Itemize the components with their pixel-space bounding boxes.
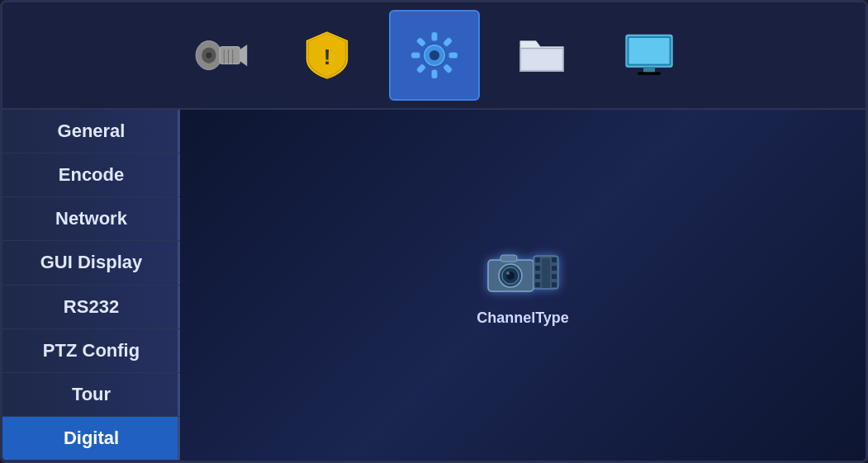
sidebar-item-encode[interactable]: Encode: [2, 154, 180, 197]
folder-icon: [513, 26, 571, 84]
svg-rect-31: [500, 255, 517, 262]
svg-point-10: [429, 50, 439, 60]
svg-rect-15: [431, 70, 437, 79]
sidebar-item-tour[interactable]: Tour: [2, 373, 180, 417]
svg-text:!: !: [323, 45, 330, 69]
svg-rect-40: [552, 282, 557, 287]
monitor-icon: [620, 26, 678, 84]
toolbar-item-display[interactable]: [604, 10, 695, 101]
toolbar-item-storage[interactable]: [496, 10, 587, 101]
sidebar: General Encode Network GUI Display RS232…: [2, 110, 180, 461]
sidebar-item-general[interactable]: General: [2, 110, 180, 154]
svg-rect-39: [552, 274, 557, 279]
camera-reel-icon: [191, 26, 249, 84]
svg-rect-37: [552, 257, 557, 262]
svg-rect-24: [628, 38, 669, 64]
svg-rect-14: [442, 64, 452, 73]
svg-point-2: [206, 53, 211, 59]
svg-rect-34: [535, 266, 540, 271]
content-area: ChannelType: [180, 110, 866, 461]
svg-rect-36: [535, 282, 540, 287]
toolbar-item-camera[interactable]: [174, 10, 265, 101]
channel-type-button[interactable]: ChannelType: [477, 243, 569, 327]
dvr-settings-screen: !: [0, 0, 868, 463]
main-area: General Encode Network GUI Display RS232…: [2, 110, 866, 461]
shield-alert-icon: !: [298, 26, 356, 84]
channel-type-camera-icon: [484, 243, 562, 300]
gear-icon: [406, 26, 463, 84]
toolbar-item-alert[interactable]: !: [282, 10, 372, 101]
svg-rect-41: [542, 258, 550, 288]
svg-rect-18: [415, 37, 425, 47]
svg-rect-38: [552, 266, 557, 271]
svg-rect-16: [415, 64, 425, 73]
svg-rect-33: [535, 257, 540, 262]
sidebar-item-rs232[interactable]: RS232: [2, 286, 180, 329]
channel-type-label: ChannelType: [477, 309, 569, 327]
svg-rect-22: [643, 67, 655, 73]
svg-marker-4: [240, 45, 247, 66]
svg-rect-23: [638, 72, 661, 75]
toolbar: !: [2, 2, 866, 110]
svg-rect-35: [535, 274, 540, 279]
svg-rect-12: [442, 37, 452, 47]
toolbar-item-settings[interactable]: [389, 10, 480, 101]
svg-rect-17: [411, 53, 420, 59]
sidebar-item-network[interactable]: Network: [2, 197, 180, 241]
svg-rect-3: [220, 47, 240, 64]
sidebar-item-gui-display[interactable]: GUI Display: [2, 241, 180, 285]
svg-rect-11: [431, 32, 437, 41]
svg-rect-13: [448, 53, 458, 59]
sidebar-item-ptz-config[interactable]: PTZ Config: [2, 329, 180, 373]
sidebar-item-digital[interactable]: Digital: [2, 417, 180, 461]
svg-point-30: [506, 272, 510, 275]
